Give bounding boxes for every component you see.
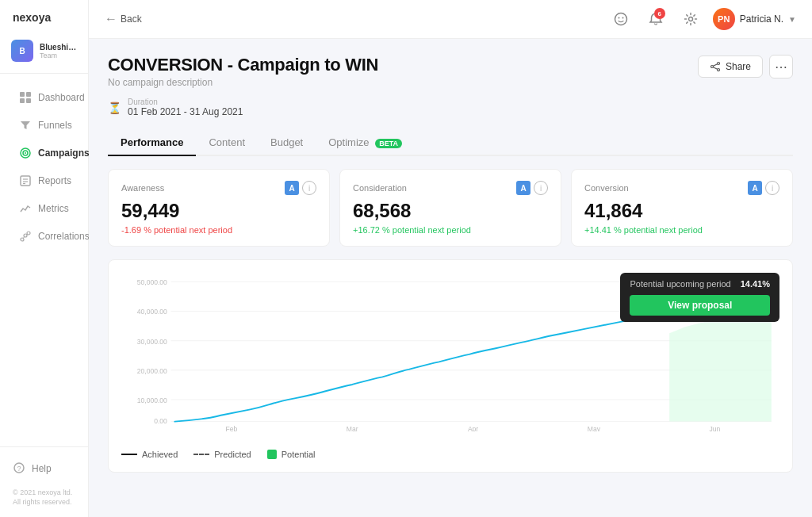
svg-rect-0 [20,92,25,97]
chart-wrapper: Potential upcoming period 14.41% View pr… [121,273,779,434]
svg-point-18 [615,13,626,25]
svg-rect-1 [26,92,31,97]
svg-text:0.00: 0.00 [154,417,167,425]
consideration-label: Consideration [353,183,407,193]
settings-button[interactable] [678,6,703,32]
achieved-label: Achieved [142,450,178,459]
svg-line-15 [26,234,27,235]
chart-tooltip: Potential upcoming period 14.41% View pr… [620,273,779,322]
funnels-label: Funnels [38,120,72,131]
share-button[interactable]: Share [698,56,763,78]
help-item[interactable]: ? Help [13,457,75,481]
svg-point-21 [688,17,692,21]
tab-performance[interactable]: Performance [108,130,196,156]
tabs-bar: Performance Content Budget Optimize BETA [108,130,793,156]
back-arrow-icon: ← [105,12,117,26]
user-menu[interactable]: PN Patricia N. ▼ [713,8,796,30]
main-area: ← Back 6 PN [89,0,812,517]
brand-name: Blueshield Insura... [40,43,77,52]
consideration-value: 68,568 [353,200,548,222]
conversion-info-icon[interactable]: i [765,181,779,195]
sidebar-item-funnels[interactable]: Funnels [6,112,82,139]
tab-content[interactable]: Content [196,130,258,156]
emoji-button[interactable] [608,6,634,32]
calendar-icon: ⏳ [108,101,121,114]
share-icon [710,61,721,72]
conversion-card: Conversion A i 41,864 +14.41 % potential… [571,169,793,247]
sidebar-brand[interactable]: B Blueshield Insura... Team [0,32,88,74]
brand-role: Team [40,52,77,59]
svg-point-23 [710,66,713,68]
campaigns-label: Campaigns [38,147,90,159]
sidebar-item-reports[interactable]: Reports [6,167,82,194]
sidebar-item-correlations[interactable]: Correlations [6,223,82,250]
user-avatar: PN [713,8,735,30]
awareness-value: 59,449 [121,200,316,222]
achieved-line-icon [121,454,137,455]
sidebar-item-dashboard[interactable]: Dashboard [6,84,82,111]
svg-line-14 [23,236,24,238]
consideration-card: Consideration A i 68,568 +16.72 % potent… [339,169,561,247]
brand-info: Blueshield Insura... Team [40,43,77,59]
consideration-a-icon: A [516,181,530,195]
dashboard-label: Dashboard [38,92,85,103]
correlations-label: Correlations [38,231,90,242]
duration-value: 01 Feb 2021 - 31 Aug 2021 [128,106,243,117]
awareness-a-icon: A [285,181,299,195]
conversion-value: 41,864 [584,200,779,222]
svg-text:40,000.00: 40,000.00 [137,308,167,316]
predicted-label: Predicted [214,450,251,459]
brand-icon: B [11,40,33,62]
svg-text:10,000.00: 10,000.00 [137,396,167,404]
chart-legend: Achieved Predicted Potential [121,443,779,459]
svg-text:20,000.00: 20,000.00 [137,367,167,375]
sidebar-item-metrics[interactable]: Metrics [6,195,82,222]
tab-optimize[interactable]: Optimize BETA [316,130,415,156]
tooltip-value: 14.41% [741,279,770,289]
duration-row: ⏳ Duration 01 Feb 2021 - 31 Aug 2021 [108,98,793,117]
reports-label: Reports [38,175,71,186]
legend-predicted: Predicted [193,450,251,459]
sidebar-nav: Dashboard Funnels Campaigns New [0,74,88,446]
svg-text:Apr: Apr [468,425,478,431]
tab-budget[interactable]: Budget [258,130,316,156]
metrics-icon [19,202,32,215]
sidebar-item-campaigns[interactable]: Campaigns New [6,140,82,167]
consideration-info-icon[interactable]: i [534,181,548,195]
svg-text:May: May [588,425,601,431]
help-icon: ? [13,461,25,477]
awareness-label: Awareness [121,183,164,193]
svg-text:50,000.00: 50,000.00 [137,278,167,286]
page-header: CONVERSION - Campaign to WIN No campaign… [108,55,793,88]
sidebar-footer: ? Help © 2021 nexoya ltd. All rights res… [0,446,88,517]
user-chevron-icon: ▼ [788,15,796,24]
svg-rect-2 [20,98,25,103]
conversion-a-icon: A [748,181,762,195]
page-subtitle: No campaign description [108,77,378,88]
svg-text:Mar: Mar [347,425,358,431]
more-options-button[interactable]: ⋯ [769,55,793,79]
awareness-change: -1.69 % potential next period [121,225,316,235]
notification-button[interactable]: 6 [643,6,668,32]
metric-cards: Awareness A i 59,449 -1.69 % potential n… [108,169,793,247]
potential-box-icon [267,450,277,459]
chart-container: Potential upcoming period 14.41% View pr… [108,259,793,473]
optimize-beta-badge: BETA [375,139,402,148]
awareness-info-icon[interactable]: i [302,181,316,195]
view-proposal-button[interactable]: View proposal [630,295,770,316]
svg-point-6 [25,152,26,154]
predicted-line-icon [193,454,209,455]
svg-text:?: ? [17,465,21,473]
sidebar-logo: nexoya [0,0,88,32]
svg-text:30,000.00: 30,000.00 [137,338,167,346]
page-title: CONVERSION - Campaign to WIN [108,55,378,75]
back-label: Back [121,13,142,25]
back-button[interactable]: ← Back [105,12,142,26]
logo-text: nexoya [13,11,51,24]
content-area: CONVERSION - Campaign to WIN No campaign… [89,39,812,517]
legend-achieved: Achieved [121,450,178,459]
campaigns-icon [19,147,32,159]
tooltip-label: Potential upcoming period [630,279,730,289]
conversion-label: Conversion [584,183,629,193]
reports-icon [19,174,32,187]
